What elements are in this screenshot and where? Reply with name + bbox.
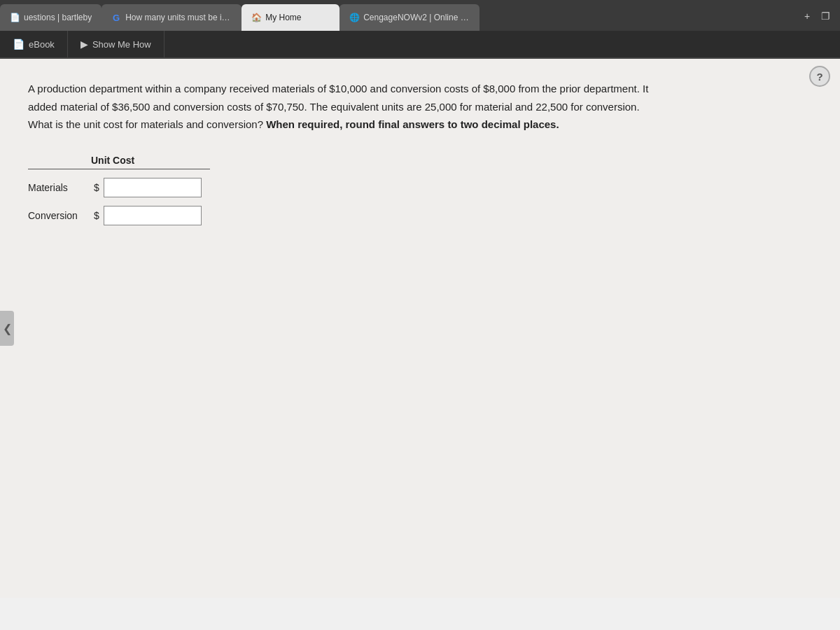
unit-cost-table: Unit Cost Materials $ Conversion $ [28, 155, 812, 225]
question-mark-icon: ? [816, 71, 822, 83]
browser-window-controls: + ❐ [799, 4, 840, 31]
show-me-how-icon: ▶ [80, 38, 88, 50]
help-button[interactable]: ? [809, 66, 830, 87]
conversion-row: Conversion $ [28, 206, 812, 225]
tab-how-many-units[interactable]: G How many units must be in... [102, 4, 241, 31]
tab-label-my-home: My Home [265, 13, 301, 22]
cengage-icon: 🌐 [349, 13, 359, 22]
tab-questions-bartleby[interactable]: 📄 uestions | bartleby [0, 4, 102, 31]
tab-label-how-many-units: How many units must be in... [125, 13, 232, 22]
new-tab-button[interactable]: + [799, 8, 815, 24]
ebook-icon: 📄 [13, 38, 24, 50]
conversion-currency: $ [94, 210, 99, 221]
tab-label-show-me-how: Show Me How [92, 39, 151, 50]
unit-cost-header: Unit Cost [28, 155, 210, 169]
tab-my-home[interactable]: 🏠 My Home [241, 4, 340, 31]
tab-label-cengage-now: CengageNOWv2 | Online te... [363, 13, 470, 22]
page-icon: 📄 [10, 13, 20, 22]
materials-label: Materials [28, 182, 91, 193]
materials-input[interactable] [104, 178, 202, 197]
tab-ebook[interactable]: 📄 eBook [0, 31, 68, 57]
app-tab-bar: 📄 eBook ▶ Show Me How [0, 31, 840, 59]
tab-label-questions-bartleby: uestions | bartleby [24, 13, 92, 22]
conversion-input[interactable] [104, 206, 202, 225]
chevron-left-icon: ❮ [3, 322, 12, 335]
browser-tab-bar: 📄 uestions | bartleby G How many units m… [0, 0, 840, 31]
materials-currency: $ [94, 182, 99, 193]
main-content: ❮ ? A production department within a com… [0, 59, 840, 598]
restore-button[interactable]: ❐ [818, 8, 833, 24]
materials-row: Materials $ [28, 178, 812, 197]
conversion-label: Conversion [28, 210, 91, 221]
my-home-icon: 🏠 [251, 13, 261, 22]
side-collapse-button[interactable]: ❮ [0, 311, 14, 346]
tab-cengage-now[interactable]: 🌐 CengageNOWv2 | Online te... [340, 4, 479, 31]
question-bold-suffix: When required, round final answers to tw… [266, 118, 559, 130]
tab-label-ebook: eBook [29, 39, 55, 50]
question-text-main: A production department within a company… [28, 83, 648, 130]
tab-show-me-how[interactable]: ▶ Show Me How [68, 31, 164, 57]
question-body: A production department within a company… [28, 80, 658, 134]
google-icon: G [111, 13, 121, 22]
